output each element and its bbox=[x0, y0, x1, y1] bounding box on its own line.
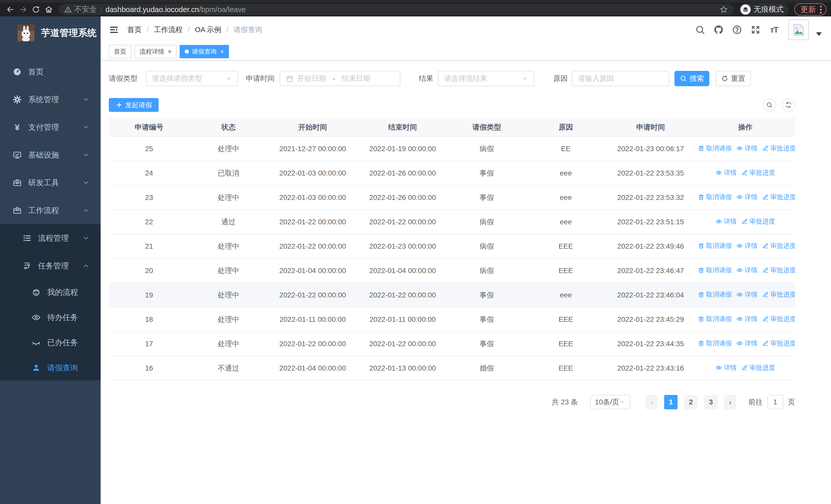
tab-首页[interactable]: 首页 bbox=[109, 45, 132, 58]
action-progress-link[interactable]: 审批进度 bbox=[741, 168, 775, 177]
header-search-icon[interactable] bbox=[694, 24, 706, 35]
sidebar-item-task-mgmt[interactable]: 任务管理 bbox=[0, 252, 101, 280]
table-row[interactable]: 21处理中2022-01-22 00:00:002022-01-23 00:00… bbox=[109, 234, 795, 259]
fullscreen-icon[interactable] bbox=[750, 24, 761, 35]
action-progress-link[interactable]: 审批进度 bbox=[762, 290, 795, 299]
table-row[interactable]: 16不通过2022-01-04 00:00:002022-01-13 00:00… bbox=[109, 356, 795, 380]
page-button-1[interactable]: 1 bbox=[664, 395, 678, 409]
github-icon[interactable] bbox=[713, 24, 724, 35]
avatar-caret-icon[interactable] bbox=[816, 32, 822, 36]
cell-id: 21 bbox=[109, 234, 189, 259]
breadcrumb-item[interactable]: 工作流程 bbox=[154, 25, 183, 35]
apply-time-range-picker[interactable]: 开始日期 - 结束日期 bbox=[280, 71, 400, 86]
browser-menu-icon[interactable] bbox=[820, 6, 822, 13]
action-progress-link[interactable]: 审批进度 bbox=[762, 266, 795, 274]
action-cancel-link[interactable]: 取消请假 bbox=[698, 241, 732, 250]
cell-reason: EEE bbox=[526, 259, 605, 283]
prev-page-button[interactable]: ‹ bbox=[646, 395, 658, 409]
sidebar-item-todo-tasks[interactable]: 待办任务 bbox=[0, 305, 101, 330]
page-button-3[interactable]: 3 bbox=[704, 395, 718, 409]
action-progress-link[interactable]: 审批进度 bbox=[762, 241, 795, 250]
action-detail-link[interactable]: 详情 bbox=[716, 217, 737, 226]
sidebar-item-done-tasks[interactable]: 已办任务 bbox=[0, 330, 101, 355]
close-tab-icon[interactable]: × bbox=[220, 49, 224, 55]
table-row[interactable]: 17处理中2022-01-22 00:00:002022-01-22 00:00… bbox=[109, 331, 795, 356]
table-row[interactable]: 18处理中2022-01-11 00:00:002022-01-11 00:00… bbox=[109, 307, 795, 331]
action-detail-link[interactable]: 详情 bbox=[736, 144, 757, 152]
page-button-2[interactable]: 2 bbox=[684, 395, 697, 409]
action-progress-link[interactable]: 审批进度 bbox=[741, 363, 775, 372]
sidebar-item-process-mgmt[interactable]: 流程管理 bbox=[0, 224, 101, 252]
refresh-table-button[interactable] bbox=[782, 98, 795, 112]
face-icon bbox=[31, 288, 41, 297]
browser-reload-icon[interactable] bbox=[30, 4, 41, 15]
reset-button[interactable]: 重置 bbox=[716, 71, 751, 86]
toggle-search-button[interactable] bbox=[763, 98, 776, 112]
table-row[interactable]: 20处理中2022-01-04 00:00:002022-01-04 00:00… bbox=[109, 259, 795, 283]
action-cancel-link[interactable]: 取消请假 bbox=[698, 315, 732, 323]
browser-forward-icon[interactable] bbox=[18, 4, 29, 15]
action-progress-link[interactable]: 审批进度 bbox=[762, 315, 795, 323]
omnibox-divider bbox=[101, 6, 102, 13]
sidebar-item-my-process[interactable]: 我的流程 bbox=[0, 280, 101, 305]
filter-label-apply-time: 申请时间 bbox=[246, 73, 275, 83]
action-progress-link[interactable]: 审批进度 bbox=[762, 193, 795, 201]
action-detail-link[interactable]: 详情 bbox=[736, 193, 757, 201]
action-detail-link[interactable]: 详情 bbox=[736, 315, 757, 323]
reason-input[interactable]: 请输入原因 bbox=[572, 71, 669, 86]
app-logo[interactable]: 芋道管理系统 bbox=[0, 17, 101, 49]
action-detail-link[interactable]: 详情 bbox=[736, 266, 757, 274]
sidebar-item-workflow[interactable]: 工作流程 bbox=[0, 197, 101, 224]
avatar[interactable] bbox=[789, 20, 809, 40]
action-progress-link[interactable]: 审批进度 bbox=[762, 144, 795, 152]
leave-type-select[interactable]: 请选择请假类型 bbox=[146, 71, 238, 86]
sidebar-collapse-icon[interactable] bbox=[108, 24, 120, 35]
tab-流程详情[interactable]: 流程详情× bbox=[135, 45, 177, 58]
goto-page-input[interactable]: 1 bbox=[767, 395, 783, 409]
sidebar-item-dev-tools[interactable]: 研发工具 bbox=[0, 169, 101, 197]
action-detail-link[interactable]: 详情 bbox=[716, 363, 737, 372]
address-bar[interactable]: 不安全 dashboard.yudao.iocoder.cn/bpm/oa/le… bbox=[58, 4, 734, 15]
help-icon[interactable] bbox=[732, 24, 743, 35]
table-row[interactable]: 25处理中2021-12-27 00:00:002022-01-19 00:00… bbox=[109, 137, 795, 161]
action-cancel-link[interactable]: 取消请假 bbox=[698, 266, 732, 274]
bookmark-star-icon[interactable] bbox=[719, 5, 728, 14]
trash-icon bbox=[698, 267, 705, 273]
sidebar-item-payment[interactable]: ¥支付管理 bbox=[0, 113, 101, 141]
action-progress-link[interactable]: 审批进度 bbox=[762, 339, 795, 348]
create-leave-button[interactable]: 发起请假 bbox=[109, 98, 159, 112]
action-detail-link[interactable]: 详情 bbox=[736, 241, 757, 250]
font-size-icon[interactable]: тT bbox=[768, 24, 780, 35]
sidebar-item-leave-query[interactable]: 请假查询 bbox=[0, 355, 101, 380]
pen-icon bbox=[762, 340, 769, 347]
action-detail-link[interactable]: 详情 bbox=[736, 339, 757, 348]
column-header: 操作 bbox=[695, 118, 795, 137]
action-detail-link[interactable]: 详情 bbox=[716, 168, 737, 177]
sidebar-item-home[interactable]: 首页 bbox=[0, 58, 101, 86]
browser-back-icon[interactable] bbox=[5, 4, 16, 15]
breadcrumb-item[interactable]: OA 示例 bbox=[195, 25, 222, 35]
action-cancel-link[interactable]: 取消请假 bbox=[698, 193, 732, 201]
browser-home-icon[interactable] bbox=[43, 4, 54, 15]
breadcrumb-separator: / bbox=[147, 26, 149, 34]
action-cancel-link[interactable]: 取消请假 bbox=[698, 290, 732, 299]
cell-id: 24 bbox=[109, 161, 189, 185]
table-row[interactable]: 19处理中2022-01-22 00:00:002022-01-22 00:00… bbox=[109, 283, 795, 307]
browser-update-button[interactable]: 更新 bbox=[794, 3, 826, 16]
table-row[interactable]: 24已取消2022-01-03 00:00:002022-01-26 00:00… bbox=[109, 161, 795, 185]
table-row[interactable]: 23处理中2022-01-03 00:00:002022-01-26 00:00… bbox=[109, 185, 795, 210]
page-size-select[interactable]: 10条/页 bbox=[590, 395, 630, 409]
action-detail-link[interactable]: 详情 bbox=[736, 290, 757, 299]
tab-请假查询[interactable]: 请假查询× bbox=[180, 45, 229, 58]
table-row[interactable]: 22通过2022-01-22 00:00:002022-01-22 00:00:… bbox=[109, 210, 795, 234]
close-tab-icon[interactable]: × bbox=[168, 49, 171, 55]
action-cancel-link[interactable]: 取消请假 bbox=[698, 339, 732, 348]
search-button[interactable]: 搜索 bbox=[675, 71, 709, 86]
action-cancel-link[interactable]: 取消请假 bbox=[698, 144, 732, 152]
next-page-button[interactable]: › bbox=[724, 395, 736, 409]
breadcrumb-item[interactable]: 首页 bbox=[127, 25, 142, 35]
sidebar-item-infrastructure[interactable]: 基础设施 bbox=[0, 141, 101, 169]
action-progress-link[interactable]: 审批进度 bbox=[741, 217, 775, 226]
result-select[interactable]: 请选择流结果 bbox=[438, 71, 534, 86]
sidebar-item-system[interactable]: 系统管理 bbox=[0, 86, 101, 113]
